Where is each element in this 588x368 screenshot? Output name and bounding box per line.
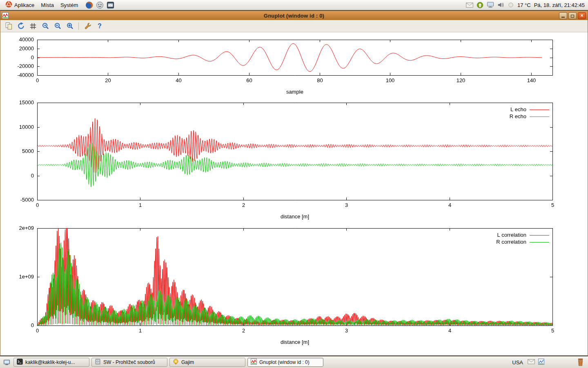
tray-mail-icon[interactable] xyxy=(528,359,535,366)
help-glyph: ? xyxy=(98,22,102,30)
taskbar-item-label: Gajim xyxy=(181,359,194,365)
zoom-autoscale-icon[interactable] xyxy=(65,22,74,31)
zoom-next-icon[interactable] xyxy=(53,22,62,31)
taskbar-item-label: kaklik@kaklik-kolej-u... xyxy=(25,359,75,365)
weather-icon xyxy=(508,2,514,8)
top-panel: Aplikace Místa Systém xyxy=(0,0,588,10)
display-icon[interactable] xyxy=(487,2,494,8)
copy-icon[interactable] xyxy=(4,22,13,31)
desktop: Aplikace Místa Systém xyxy=(0,0,588,368)
menu-places-label: Místa xyxy=(41,2,54,8)
bottom-tray xyxy=(528,359,544,366)
clock[interactable]: Pá, 18. září, 21:42:45 xyxy=(534,2,585,8)
gnuplot-toolbar: ? xyxy=(0,20,588,32)
menu-applications-label: Aplikace xyxy=(14,2,34,8)
titlebar[interactable]: Gnuplot (window id : 0) × xyxy=(0,11,588,20)
toolbar-separator xyxy=(78,22,79,30)
file-manager-icon xyxy=(95,359,101,366)
menu-applications[interactable]: Aplikace xyxy=(2,0,38,10)
mail-notification-icon[interactable] xyxy=(466,2,473,8)
window-buttons: × xyxy=(559,12,586,19)
maximize-button[interactable] xyxy=(568,12,577,19)
keyboard-layout-indicator[interactable]: USA xyxy=(510,359,526,366)
taskbar-item-gnuplot[interactable]: Gnuplot (window id : 0) xyxy=(247,358,323,367)
taskbar-item-label: SW - Prohlížeč souborů xyxy=(103,359,155,365)
menu-places[interactable]: Místa xyxy=(38,1,57,9)
close-button[interactable]: × xyxy=(578,12,586,19)
gnuplot-icon xyxy=(251,359,257,366)
minimize-button[interactable] xyxy=(559,12,567,19)
zoom-previous-icon[interactable] xyxy=(41,22,50,31)
gajim-icon xyxy=(173,359,179,366)
window-title: Gnuplot (window id : 0) xyxy=(0,13,588,19)
taskbar-item-terminal[interactable]: kaklik@kaklik-kolej-u... xyxy=(13,358,89,367)
panel-launchers xyxy=(85,1,114,9)
gnuplot-window-icon xyxy=(2,12,9,19)
terminal-icon xyxy=(17,359,23,366)
gnuplot-window: Gnuplot (window id : 0) × xyxy=(0,11,588,356)
bottom-panel: kaklik@kaklik-kolej-u... SW - Prohlížeč … xyxy=(0,356,588,368)
plot-content xyxy=(0,32,588,355)
trash-icon[interactable] xyxy=(575,357,586,367)
firefox-launcher-icon[interactable] xyxy=(85,1,93,9)
volume-icon[interactable] xyxy=(497,2,504,8)
chat-launcher-icon[interactable] xyxy=(96,1,104,9)
update-notifier-icon[interactable] xyxy=(477,2,483,9)
taskbar-item-gajim[interactable]: Gajim xyxy=(169,358,245,367)
taskbar-item-file-manager[interactable]: SW - Prohlížeč souborů xyxy=(91,358,167,367)
menu-system-label: Systém xyxy=(60,2,78,8)
gnuplot-canvas[interactable] xyxy=(0,32,588,355)
show-desktop-icon[interactable] xyxy=(2,358,11,367)
panel-tray: 17 °C Pá, 18. září, 21:42:45 xyxy=(466,2,586,9)
tray-chart-icon[interactable] xyxy=(538,359,544,366)
taskbar-item-label: Gnuplot (window id : 0) xyxy=(259,359,310,365)
help-icon[interactable]: ? xyxy=(95,22,104,31)
replot-icon[interactable] xyxy=(16,22,25,31)
configure-icon[interactable] xyxy=(83,22,92,31)
grid-icon[interactable] xyxy=(29,22,38,31)
weather-temp[interactable]: 17 °C xyxy=(517,2,531,8)
menu-system[interactable]: Systém xyxy=(57,1,81,9)
ubuntu-logo-icon xyxy=(5,1,12,9)
mail-launcher-icon[interactable] xyxy=(107,1,114,9)
